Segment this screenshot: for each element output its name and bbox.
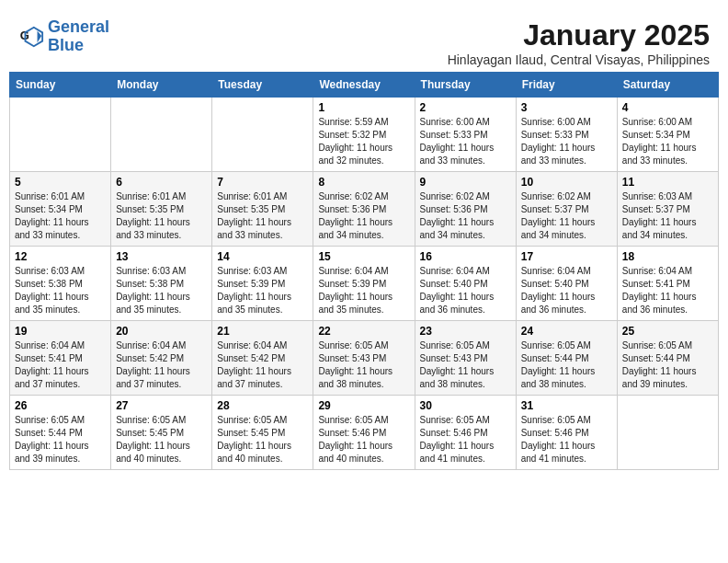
day-number: 8: [318, 176, 409, 189]
calendar-cell: 17Sunrise: 6:04 AM Sunset: 5:40 PM Dayli…: [516, 247, 617, 321]
calendar-cell: 19Sunrise: 6:04 AM Sunset: 5:41 PM Dayli…: [10, 321, 111, 396]
calendar-cell: 3Sunrise: 6:00 AM Sunset: 5:33 PM Daylig…: [516, 98, 617, 172]
day-info: Sunrise: 6:05 AM Sunset: 5:46 PM Dayligh…: [420, 414, 511, 465]
title-block: January 2025 Hinlayagan Ilaud, Central V…: [448, 18, 710, 67]
calendar-cell: 20Sunrise: 6:04 AM Sunset: 5:42 PM Dayli…: [111, 321, 212, 396]
weekday-header-saturday: Saturday: [617, 73, 718, 98]
weekday-header-wednesday: Wednesday: [313, 73, 415, 98]
calendar-cell: 9Sunrise: 6:02 AM Sunset: 5:36 PM Daylig…: [415, 172, 516, 247]
calendar-cell: 15Sunrise: 6:04 AM Sunset: 5:39 PM Dayli…: [313, 247, 415, 321]
weekday-header-friday: Friday: [516, 73, 617, 98]
day-number: 22: [318, 325, 409, 338]
calendar-cell: 8Sunrise: 6:02 AM Sunset: 5:36 PM Daylig…: [313, 172, 415, 247]
day-number: 7: [217, 176, 308, 189]
day-info: Sunrise: 6:04 AM Sunset: 5:42 PM Dayligh…: [116, 339, 207, 391]
day-info: Sunrise: 5:59 AM Sunset: 5:32 PM Dayligh…: [318, 116, 409, 167]
calendar-cell: 11Sunrise: 6:03 AM Sunset: 5:37 PM Dayli…: [617, 172, 718, 247]
calendar-cell: 1Sunrise: 5:59 AM Sunset: 5:32 PM Daylig…: [313, 98, 415, 172]
calendar-cell: 2Sunrise: 6:00 AM Sunset: 5:33 PM Daylig…: [415, 98, 516, 172]
calendar-cell: 26Sunrise: 6:05 AM Sunset: 5:44 PM Dayli…: [10, 396, 111, 470]
day-info: Sunrise: 6:01 AM Sunset: 5:34 PM Dayligh…: [15, 190, 106, 242]
month-title: January 2025: [448, 18, 710, 52]
day-info: Sunrise: 6:03 AM Sunset: 5:38 PM Dayligh…: [116, 265, 207, 316]
day-info: Sunrise: 6:05 AM Sunset: 5:46 PM Dayligh…: [521, 414, 612, 465]
calendar-cell: [10, 98, 111, 172]
day-info: Sunrise: 6:00 AM Sunset: 5:33 PM Dayligh…: [420, 116, 511, 167]
day-number: 13: [116, 250, 207, 263]
day-number: 24: [521, 325, 612, 338]
day-info: Sunrise: 6:04 AM Sunset: 5:41 PM Dayligh…: [15, 339, 106, 391]
day-info: Sunrise: 6:05 AM Sunset: 5:45 PM Dayligh…: [217, 414, 308, 465]
day-info: Sunrise: 6:04 AM Sunset: 5:42 PM Dayligh…: [217, 339, 308, 391]
calendar-cell: [212, 98, 313, 172]
day-info: Sunrise: 6:05 AM Sunset: 5:46 PM Dayligh…: [318, 414, 409, 465]
calendar-cell: 24Sunrise: 6:05 AM Sunset: 5:44 PM Dayli…: [516, 321, 617, 396]
day-number: 10: [521, 176, 612, 189]
day-number: 18: [622, 250, 713, 263]
day-number: 12: [15, 250, 106, 263]
page-header: G General Blue January 2025 Hinlayagan I…: [9, 9, 719, 72]
day-number: 30: [420, 399, 511, 412]
day-info: Sunrise: 6:04 AM Sunset: 5:41 PM Dayligh…: [622, 265, 713, 316]
day-number: 27: [116, 399, 207, 412]
day-number: 17: [521, 250, 612, 263]
day-number: 9: [420, 176, 511, 189]
day-info: Sunrise: 6:02 AM Sunset: 5:37 PM Dayligh…: [521, 190, 612, 242]
calendar-week-2: 12Sunrise: 6:03 AM Sunset: 5:38 PM Dayli…: [10, 247, 719, 321]
day-info: Sunrise: 6:04 AM Sunset: 5:40 PM Dayligh…: [420, 265, 511, 316]
weekday-header-monday: Monday: [111, 73, 212, 98]
day-number: 6: [116, 176, 207, 189]
day-number: 20: [116, 325, 207, 338]
calendar-cell: 21Sunrise: 6:04 AM Sunset: 5:42 PM Dayli…: [212, 321, 313, 396]
calendar-cell: 22Sunrise: 6:05 AM Sunset: 5:43 PM Dayli…: [313, 321, 415, 396]
day-number: 25: [622, 325, 713, 338]
day-info: Sunrise: 6:05 AM Sunset: 5:43 PM Dayligh…: [420, 339, 511, 391]
calendar-week-4: 26Sunrise: 6:05 AM Sunset: 5:44 PM Dayli…: [10, 396, 719, 470]
day-number: 31: [521, 399, 612, 412]
logo: G General Blue: [18, 18, 109, 55]
calendar-cell: 28Sunrise: 6:05 AM Sunset: 5:45 PM Dayli…: [212, 396, 313, 470]
day-info: Sunrise: 6:05 AM Sunset: 5:43 PM Dayligh…: [318, 339, 409, 391]
day-number: 4: [622, 101, 713, 114]
calendar-cell: 5Sunrise: 6:01 AM Sunset: 5:34 PM Daylig…: [10, 172, 111, 247]
calendar-cell: 12Sunrise: 6:03 AM Sunset: 5:38 PM Dayli…: [10, 247, 111, 321]
day-number: 1: [318, 101, 409, 114]
calendar-week-0: 1Sunrise: 5:59 AM Sunset: 5:32 PM Daylig…: [10, 98, 719, 172]
day-number: 3: [521, 101, 612, 114]
calendar-table: SundayMondayTuesdayWednesdayThursdayFrid…: [9, 72, 719, 470]
day-number: 5: [15, 176, 106, 189]
day-info: Sunrise: 6:00 AM Sunset: 5:33 PM Dayligh…: [521, 116, 612, 167]
day-number: 2: [420, 101, 511, 114]
location-title: Hinlayagan Ilaud, Central Visayas, Phili…: [448, 52, 710, 67]
day-info: Sunrise: 6:03 AM Sunset: 5:38 PM Dayligh…: [15, 265, 106, 316]
calendar-cell: 14Sunrise: 6:03 AM Sunset: 5:39 PM Dayli…: [212, 247, 313, 321]
day-info: Sunrise: 6:01 AM Sunset: 5:35 PM Dayligh…: [116, 190, 207, 242]
logo-line1: General: [48, 17, 109, 36]
day-info: Sunrise: 6:02 AM Sunset: 5:36 PM Dayligh…: [420, 190, 511, 242]
calendar-cell: 10Sunrise: 6:02 AM Sunset: 5:37 PM Dayli…: [516, 172, 617, 247]
day-number: 11: [622, 176, 713, 189]
day-number: 16: [420, 250, 511, 263]
calendar-cell: 25Sunrise: 6:05 AM Sunset: 5:44 PM Dayli…: [617, 321, 718, 396]
day-number: 19: [15, 325, 106, 338]
logo-text: General Blue: [48, 18, 109, 55]
day-number: 23: [420, 325, 511, 338]
calendar-cell: 16Sunrise: 6:04 AM Sunset: 5:40 PM Dayli…: [415, 247, 516, 321]
day-info: Sunrise: 6:05 AM Sunset: 5:44 PM Dayligh…: [15, 414, 106, 465]
logo-icon: G: [18, 24, 44, 50]
day-info: Sunrise: 6:05 AM Sunset: 5:44 PM Dayligh…: [521, 339, 612, 391]
day-number: 14: [217, 250, 308, 263]
day-info: Sunrise: 6:05 AM Sunset: 5:45 PM Dayligh…: [116, 414, 207, 465]
calendar-cell: 7Sunrise: 6:01 AM Sunset: 5:35 PM Daylig…: [212, 172, 313, 247]
day-info: Sunrise: 6:03 AM Sunset: 5:39 PM Dayligh…: [217, 265, 308, 316]
weekday-header-thursday: Thursday: [415, 73, 516, 98]
calendar-cell: 30Sunrise: 6:05 AM Sunset: 5:46 PM Dayli…: [415, 396, 516, 470]
calendar-cell: 6Sunrise: 6:01 AM Sunset: 5:35 PM Daylig…: [111, 172, 212, 247]
day-number: 15: [318, 250, 409, 263]
calendar-cell: 23Sunrise: 6:05 AM Sunset: 5:43 PM Dayli…: [415, 321, 516, 396]
calendar-cell: 18Sunrise: 6:04 AM Sunset: 5:41 PM Dayli…: [617, 247, 718, 321]
weekday-header-sunday: Sunday: [10, 73, 111, 98]
weekday-header-tuesday: Tuesday: [212, 73, 313, 98]
day-info: Sunrise: 6:00 AM Sunset: 5:34 PM Dayligh…: [622, 116, 713, 167]
calendar-cell: [111, 98, 212, 172]
